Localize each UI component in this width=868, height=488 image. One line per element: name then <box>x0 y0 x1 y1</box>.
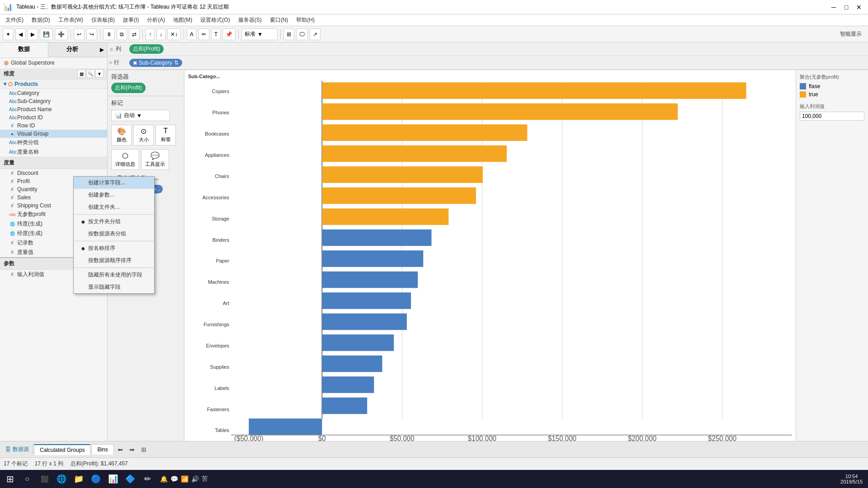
toolbar-forward-button[interactable]: ▶ <box>28 28 38 40</box>
legend-input-field[interactable] <box>800 112 864 121</box>
data-source-name[interactable]: Global Superstore <box>11 60 55 66</box>
context-menu-group-folder[interactable]: ● 按文件夹分组 <box>74 216 154 228</box>
context-menu-sort-name[interactable]: ● 按名称排序 <box>74 242 154 254</box>
tab-analysis[interactable]: 分析 <box>48 42 96 57</box>
field-subcategory[interactable]: Abc Sub-Category <box>0 97 107 105</box>
hash-icon-2: # <box>9 171 15 176</box>
marks-detail-button[interactable]: ⬡ 详细信息 <box>111 149 139 170</box>
search-button[interactable]: 🔍 <box>86 70 94 78</box>
rows-pill[interactable]: ▣ Sub-Category ⇅ <box>129 59 182 67</box>
taskbar-chrome[interactable]: 🔵 <box>88 471 104 487</box>
taskbar-time: 10:54 2019/5/15 <box>837 474 866 484</box>
tab-grid-button[interactable]: ⊞ <box>138 444 149 455</box>
field-lei-fen[interactable]: Abc 种类分组 <box>0 138 107 147</box>
network-icon[interactable]: 📶 <box>181 475 189 483</box>
toolbar-sort-desc-button[interactable]: ↓ <box>156 28 165 40</box>
toolbar-sort-clear-button[interactable]: ✕↕ <box>167 28 181 40</box>
panel-collapse-button[interactable]: ▶ <box>96 42 107 57</box>
toolbar-swap-button[interactable]: ⇄ <box>129 28 140 40</box>
legend-color-section: 聚合(无参数profit) flase true <box>800 74 864 98</box>
ime-icon[interactable]: 苦 <box>202 475 208 483</box>
toolbar-redo-button[interactable]: ↪ <box>86 28 97 40</box>
date-display: 2019/5/15 <box>840 479 863 484</box>
toolbar-new-button[interactable]: ✦ <box>3 28 14 40</box>
context-menu-create-param[interactable]: 创建参数... <box>74 189 154 201</box>
tab-prev-button[interactable]: ⬅ <box>115 444 126 455</box>
context-menu-sort-source[interactable]: 按数据源顺序排序 <box>74 254 154 267</box>
scroll-down-button[interactable]: ▼ <box>95 70 104 78</box>
field-product-id[interactable]: Abc Product ID <box>0 113 107 122</box>
taskbar-edge[interactable]: 🌐 <box>53 471 70 487</box>
group-view-button[interactable]: ▦ <box>77 70 85 78</box>
menu-file[interactable]: 文件(E) <box>2 15 27 25</box>
marks-color-button[interactable]: 🎨 颜色 <box>111 125 132 145</box>
menu-dashboard[interactable]: 仪表板(B) <box>88 15 118 25</box>
rows-shelf-label: ≡ 行 <box>109 59 127 66</box>
tab-bins[interactable]: Bins <box>91 444 113 455</box>
data-source-tab[interactable]: 🗄 数据源 <box>2 444 33 455</box>
marks-type-dropdown[interactable]: 📊 自动 ▼ <box>111 110 170 121</box>
context-menu-show-hidden[interactable]: 显示隐藏字段 <box>74 281 154 293</box>
toolbar-text-button[interactable]: T <box>211 28 221 40</box>
cols-pill[interactable]: 总和(Profit) <box>129 44 164 54</box>
standard-dropdown[interactable]: 标准 ▼ <box>241 28 278 40</box>
toolbar-save-button[interactable]: 💾 <box>40 28 53 40</box>
menu-story[interactable]: 故事(I) <box>119 15 142 25</box>
marks-size-button[interactable]: ⊙ 大小 <box>133 125 154 145</box>
notification-icon[interactable]: 🔔 <box>160 475 168 483</box>
toolbar-sort-asc-button[interactable]: ↑ <box>146 28 155 40</box>
context-menu-group-table[interactable]: 按数据源表分组 <box>74 228 154 240</box>
tab-data[interactable]: 数据 <box>0 42 48 57</box>
menu-data[interactable]: 数据(D) <box>28 15 54 25</box>
field-row-id[interactable]: # Row ID <box>0 122 107 130</box>
title-bar: 📊 Tableau - 三、数据可视化1-其他分组方式: 练习工作簿 - Tab… <box>0 0 868 14</box>
taskbar-folder[interactable]: 📁 <box>71 471 87 487</box>
toolbar-label-button[interactable]: A <box>187 28 197 40</box>
smart-show-label[interactable]: 智能显示 <box>836 29 865 39</box>
toolbar-view-button[interactable]: ⊞ <box>283 28 294 40</box>
maximize-button[interactable]: □ <box>841 3 852 12</box>
tab-next-button[interactable]: ➡ <box>127 444 137 455</box>
taskbar-tableau[interactable]: 📊 <box>105 471 121 487</box>
toolbar-back-button[interactable]: ◀ <box>15 28 26 40</box>
field-category[interactable]: Abc Category <box>0 89 107 97</box>
toolbar-add-button[interactable]: ➕ <box>55 28 68 40</box>
menu-server[interactable]: 服务器(S) <box>235 15 265 25</box>
toolbar-undo-button[interactable]: ↩ <box>74 28 85 40</box>
volume-icon[interactable]: 🔊 <box>191 475 199 483</box>
toolbar-screen-button[interactable]: 🖵 <box>296 28 308 40</box>
menu-help[interactable]: 帮助(H) <box>292 15 318 25</box>
context-menu-hide-unused[interactable]: 隐藏所有未使用的字段 <box>74 269 154 281</box>
toolbar-highlight-button[interactable]: ✏ <box>198 28 209 40</box>
chart-svg: ($50,000) $0 $50,000 $100,000 $150,000 $… <box>231 81 792 441</box>
toolbar-separator-3 <box>142 29 143 39</box>
field-visual-group[interactable]: ● Visual Group <box>0 130 107 138</box>
toolbar-duplicate-button[interactable]: ⧉ <box>117 28 127 40</box>
menu-window[interactable]: 窗口(N) <box>266 15 292 25</box>
taskbar-app2[interactable]: ✏ <box>139 471 156 487</box>
wechat-icon[interactable]: 💬 <box>170 475 178 483</box>
field-group-products-header[interactable]: ▾ ⬡ Products <box>0 80 107 89</box>
marks-label-button[interactable]: T 标签 <box>156 125 176 145</box>
bullet-active-2: ● <box>81 245 85 252</box>
filter-pill[interactable]: 总和(Profit) <box>111 83 146 93</box>
start-button[interactable]: ⊞ <box>2 471 18 487</box>
field-product-name[interactable]: Abc Product Name <box>0 105 107 113</box>
minimize-button[interactable]: ─ <box>828 3 839 12</box>
field-measure-names[interactable]: Abc 度量名称 <box>0 147 107 157</box>
taskbar-app1[interactable]: 🔷 <box>122 471 138 487</box>
close-button[interactable]: ✕ <box>854 3 864 12</box>
taskbar-task-view[interactable]: ⬛ <box>36 471 52 487</box>
menu-worksheet[interactable]: 工作表(W) <box>55 15 87 25</box>
toolbar-share-button[interactable]: ↗ <box>310 28 321 40</box>
taskbar-search[interactable]: ○ <box>19 471 35 487</box>
toolbar-pin-button[interactable]: 📌 <box>222 28 236 40</box>
context-menu-create-folder[interactable]: 创建文件夹... <box>74 201 154 213</box>
menu-analysis[interactable]: 分析(A) <box>143 15 169 25</box>
marks-tooltip-button[interactable]: 💬 工具提示 <box>141 149 169 170</box>
menu-map[interactable]: 地图(M) <box>170 15 196 25</box>
tab-calculated-groups[interactable]: Calculated Groups <box>34 444 90 455</box>
toolbar-pause-button[interactable]: ⏸ <box>103 28 115 40</box>
menu-format[interactable]: 设置格式(O) <box>197 15 233 25</box>
context-menu-create-calc[interactable]: 创建计算字段... <box>74 177 154 189</box>
